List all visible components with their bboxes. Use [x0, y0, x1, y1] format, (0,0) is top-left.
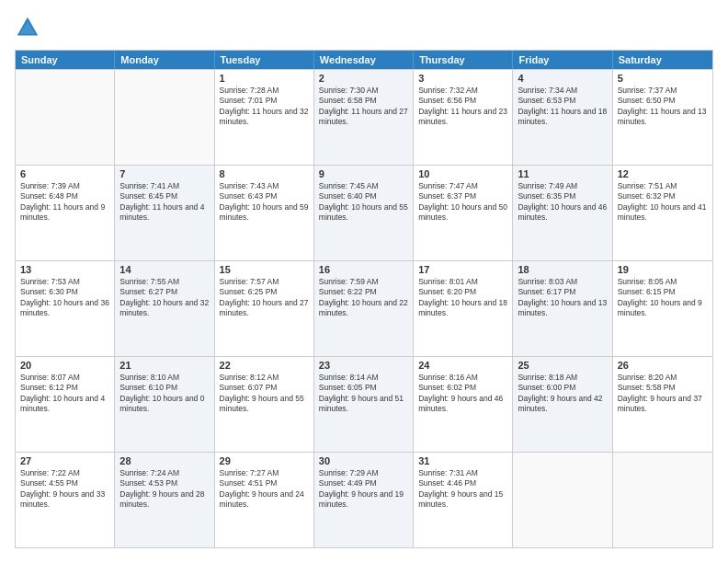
calendar-cell: 27Sunrise: 7:22 AM Sunset: 4:55 PM Dayli… [16, 453, 115, 547]
cell-details: Sunrise: 7:43 AM Sunset: 6:43 PM Dayligh… [220, 181, 309, 224]
day-number: 13 [20, 264, 109, 275]
day-number: 22 [220, 360, 309, 371]
calendar-cell: 13Sunrise: 7:53 AM Sunset: 6:30 PM Dayli… [16, 261, 115, 356]
cell-details: Sunrise: 8:10 AM Sunset: 6:10 PM Dayligh… [119, 373, 209, 415]
calendar-cell: 1Sunrise: 7:28 AM Sunset: 7:01 PM Daylig… [215, 70, 314, 165]
day-number: 5 [618, 73, 708, 84]
calendar-cell: 3Sunrise: 7:32 AM Sunset: 6:56 PM Daylig… [414, 70, 513, 165]
day-number: 10 [418, 168, 507, 179]
header-cell-friday: Friday [513, 51, 612, 69]
cell-details: Sunrise: 7:27 AM Sunset: 4:51 PM Dayligh… [220, 468, 309, 511]
cell-details: Sunrise: 7:39 AM Sunset: 6:48 PM Dayligh… [20, 181, 109, 224]
day-number: 14 [119, 264, 209, 275]
day-number: 27 [20, 455, 109, 466]
cell-details: Sunrise: 7:59 AM Sunset: 6:22 PM Dayligh… [319, 277, 408, 319]
day-number: 31 [418, 455, 507, 466]
cell-details: Sunrise: 7:24 AM Sunset: 4:53 PM Dayligh… [119, 468, 209, 511]
cell-details: Sunrise: 7:32 AM Sunset: 6:56 PM Dayligh… [418, 86, 507, 128]
calendar-cell: 17Sunrise: 8:01 AM Sunset: 6:20 PM Dayli… [414, 261, 513, 356]
calendar-cell: 16Sunrise: 7:59 AM Sunset: 6:22 PM Dayli… [314, 261, 414, 356]
calendar-cell: 24Sunrise: 8:16 AM Sunset: 6:02 PM Dayli… [414, 357, 513, 452]
calendar-cell: 23Sunrise: 8:14 AM Sunset: 6:05 PM Dayli… [314, 357, 414, 452]
day-number: 26 [618, 360, 708, 371]
cell-details: Sunrise: 8:07 AM Sunset: 6:12 PM Dayligh… [20, 373, 109, 415]
calendar-header-row: SundayMondayTuesdayWednesdayThursdayFrid… [16, 51, 712, 69]
calendar-cell: 15Sunrise: 7:57 AM Sunset: 6:25 PM Dayli… [215, 261, 314, 356]
cell-details: Sunrise: 7:22 AM Sunset: 4:55 PM Dayligh… [20, 468, 109, 511]
header-cell-sunday: Sunday [16, 51, 115, 69]
day-number: 4 [518, 73, 607, 84]
calendar-row-3: 20Sunrise: 8:07 AM Sunset: 6:12 PM Dayli… [16, 356, 712, 452]
day-number: 25 [518, 360, 607, 371]
calendar-cell: 28Sunrise: 7:24 AM Sunset: 4:53 PM Dayli… [115, 453, 214, 547]
calendar-cell: 22Sunrise: 8:12 AM Sunset: 6:07 PM Dayli… [215, 357, 314, 452]
day-number: 15 [220, 264, 309, 275]
day-number: 18 [518, 264, 607, 275]
calendar-cell: 2Sunrise: 7:30 AM Sunset: 6:58 PM Daylig… [314, 70, 414, 165]
day-number: 16 [319, 264, 408, 275]
header-cell-thursday: Thursday [414, 51, 513, 69]
logo [15, 15, 44, 40]
calendar-cell [613, 453, 712, 547]
header-cell-saturday: Saturday [613, 51, 712, 69]
calendar-cell: 10Sunrise: 7:47 AM Sunset: 6:37 PM Dayli… [414, 166, 513, 260]
calendar-cell: 14Sunrise: 7:55 AM Sunset: 6:27 PM Dayli… [115, 261, 214, 356]
calendar-cell [16, 70, 115, 165]
day-number: 7 [119, 168, 209, 179]
calendar-body: 1Sunrise: 7:28 AM Sunset: 7:01 PM Daylig… [16, 69, 712, 547]
calendar-cell: 5Sunrise: 7:37 AM Sunset: 6:50 PM Daylig… [613, 70, 712, 165]
cell-details: Sunrise: 8:03 AM Sunset: 6:17 PM Dayligh… [518, 277, 607, 319]
cell-details: Sunrise: 7:41 AM Sunset: 6:45 PM Dayligh… [119, 181, 209, 224]
cell-details: Sunrise: 7:34 AM Sunset: 6:53 PM Dayligh… [518, 86, 607, 128]
header-cell-monday: Monday [115, 51, 214, 69]
cell-details: Sunrise: 7:57 AM Sunset: 6:25 PM Dayligh… [220, 277, 309, 319]
header-cell-tuesday: Tuesday [215, 51, 314, 69]
cell-details: Sunrise: 8:18 AM Sunset: 6:00 PM Dayligh… [518, 373, 607, 415]
calendar-cell: 6Sunrise: 7:39 AM Sunset: 6:48 PM Daylig… [16, 166, 115, 260]
day-number: 20 [20, 360, 109, 371]
calendar-cell: 25Sunrise: 8:18 AM Sunset: 6:00 PM Dayli… [513, 357, 612, 452]
day-number: 2 [319, 73, 408, 84]
calendar-cell [115, 70, 214, 165]
calendar-cell: 4Sunrise: 7:34 AM Sunset: 6:53 PM Daylig… [513, 70, 612, 165]
calendar-cell [513, 453, 612, 547]
calendar-cell: 30Sunrise: 7:29 AM Sunset: 4:49 PM Dayli… [314, 453, 414, 547]
cell-details: Sunrise: 8:14 AM Sunset: 6:05 PM Dayligh… [319, 373, 408, 415]
day-number: 1 [220, 73, 309, 84]
cell-details: Sunrise: 7:29 AM Sunset: 4:49 PM Dayligh… [319, 468, 408, 511]
calendar-cell: 26Sunrise: 8:20 AM Sunset: 5:58 PM Dayli… [613, 357, 712, 452]
header-cell-wednesday: Wednesday [314, 51, 414, 69]
cell-details: Sunrise: 7:53 AM Sunset: 6:30 PM Dayligh… [20, 277, 109, 319]
calendar-row-4: 27Sunrise: 7:22 AM Sunset: 4:55 PM Dayli… [16, 452, 712, 547]
calendar-cell: 18Sunrise: 8:03 AM Sunset: 6:17 PM Dayli… [513, 261, 612, 356]
day-number: 28 [119, 455, 209, 466]
day-number: 30 [319, 455, 408, 466]
calendar-cell: 19Sunrise: 8:05 AM Sunset: 6:15 PM Dayli… [613, 261, 712, 356]
header [15, 15, 713, 40]
cell-details: Sunrise: 8:05 AM Sunset: 6:15 PM Dayligh… [618, 277, 708, 319]
calendar-cell: 11Sunrise: 7:49 AM Sunset: 6:35 PM Dayli… [513, 166, 612, 260]
calendar-cell: 8Sunrise: 7:43 AM Sunset: 6:43 PM Daylig… [215, 166, 314, 260]
calendar-cell: 20Sunrise: 8:07 AM Sunset: 6:12 PM Dayli… [16, 357, 115, 452]
day-number: 24 [418, 360, 507, 371]
day-number: 12 [618, 168, 708, 179]
day-number: 21 [119, 360, 209, 371]
day-number: 29 [220, 455, 309, 466]
calendar-row-2: 13Sunrise: 7:53 AM Sunset: 6:30 PM Dayli… [16, 260, 712, 356]
calendar-cell: 31Sunrise: 7:31 AM Sunset: 4:46 PM Dayli… [414, 453, 513, 547]
cell-details: Sunrise: 7:31 AM Sunset: 4:46 PM Dayligh… [418, 468, 507, 511]
day-number: 19 [618, 264, 708, 275]
day-number: 8 [220, 168, 309, 179]
calendar-row-1: 6Sunrise: 7:39 AM Sunset: 6:48 PM Daylig… [16, 165, 712, 260]
cell-details: Sunrise: 7:28 AM Sunset: 7:01 PM Dayligh… [220, 86, 309, 128]
calendar: SundayMondayTuesdayWednesdayThursdayFrid… [15, 50, 713, 548]
cell-details: Sunrise: 8:20 AM Sunset: 5:58 PM Dayligh… [618, 373, 708, 415]
cell-details: Sunrise: 7:51 AM Sunset: 6:32 PM Dayligh… [618, 181, 708, 224]
calendar-row-0: 1Sunrise: 7:28 AM Sunset: 7:01 PM Daylig… [16, 69, 712, 165]
cell-details: Sunrise: 7:47 AM Sunset: 6:37 PM Dayligh… [418, 181, 507, 224]
day-number: 3 [418, 73, 507, 84]
page: SundayMondayTuesdayWednesdayThursdayFrid… [0, 0, 728, 563]
logo-icon [15, 15, 40, 40]
calendar-cell: 29Sunrise: 7:27 AM Sunset: 4:51 PM Dayli… [215, 453, 314, 547]
cell-details: Sunrise: 7:30 AM Sunset: 6:58 PM Dayligh… [319, 86, 408, 128]
